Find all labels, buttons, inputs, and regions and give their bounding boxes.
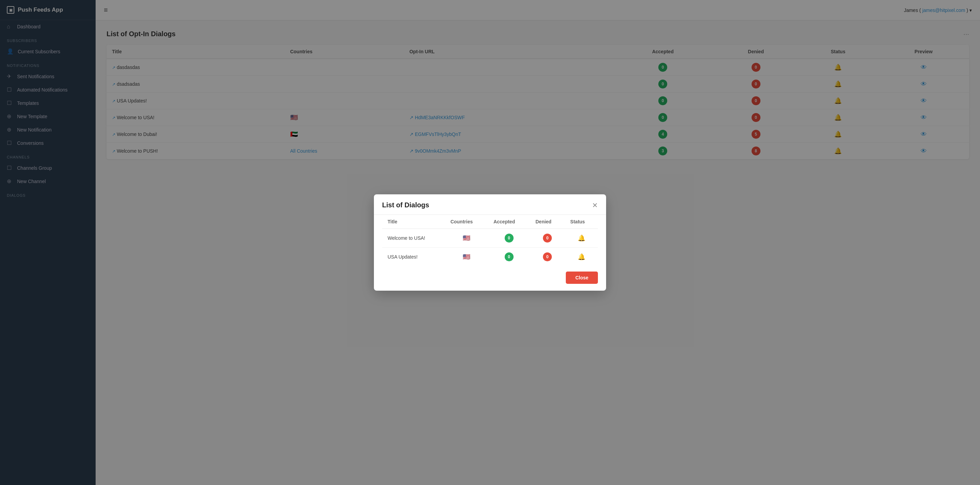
modal-overlay[interactable]: List of Dialogs ✕ Title Countries Accept… bbox=[0, 0, 980, 485]
modal-table-row: USA Updates!🇺🇸00🔔 bbox=[382, 248, 598, 266]
modal-close-button[interactable]: ✕ bbox=[592, 202, 598, 209]
modal-row-title: Welcome to USA! bbox=[382, 229, 445, 248]
modal-row-status: 🔔 bbox=[565, 229, 598, 248]
modal-body: Title Countries Accepted Denied Status W… bbox=[374, 215, 606, 266]
modal-col-accepted: Accepted bbox=[488, 215, 530, 229]
modal-col-title: Title bbox=[382, 215, 445, 229]
modal-row-denied: 0 bbox=[530, 229, 565, 248]
modal-flag-icon: 🇺🇸 bbox=[463, 235, 470, 242]
modal-bell-icon: 🔔 bbox=[578, 235, 585, 242]
modal-flag-icon: 🇺🇸 bbox=[463, 253, 470, 260]
dialogs-modal: List of Dialogs ✕ Title Countries Accept… bbox=[374, 194, 606, 291]
modal-close-action-button[interactable]: Close bbox=[566, 272, 598, 284]
modal-row-title: USA Updates! bbox=[382, 248, 445, 266]
modal-accepted-badge: 0 bbox=[505, 253, 514, 261]
modal-row-countries: 🇺🇸 bbox=[445, 229, 488, 248]
modal-accepted-badge: 0 bbox=[505, 234, 514, 243]
modal-footer: Close bbox=[374, 266, 606, 291]
modal-row-denied: 0 bbox=[530, 248, 565, 266]
modal-col-denied: Denied bbox=[530, 215, 565, 229]
modal-table-header-row: Title Countries Accepted Denied Status bbox=[382, 215, 598, 229]
modal-dialogs-table: Title Countries Accepted Denied Status W… bbox=[382, 215, 598, 266]
modal-table-wrapper: Title Countries Accepted Denied Status W… bbox=[382, 215, 598, 266]
modal-col-status: Status bbox=[565, 215, 598, 229]
modal-denied-badge: 0 bbox=[543, 253, 552, 261]
modal-row-status: 🔔 bbox=[565, 248, 598, 266]
modal-header: List of Dialogs ✕ bbox=[374, 194, 606, 215]
modal-col-countries: Countries bbox=[445, 215, 488, 229]
modal-row-accepted: 0 bbox=[488, 248, 530, 266]
modal-row-accepted: 0 bbox=[488, 229, 530, 248]
modal-title: List of Dialogs bbox=[382, 201, 429, 209]
modal-bell-icon: 🔔 bbox=[578, 253, 585, 260]
modal-denied-badge: 0 bbox=[543, 234, 552, 243]
modal-row-countries: 🇺🇸 bbox=[445, 248, 488, 266]
modal-table-row: Welcome to USA!🇺🇸00🔔 bbox=[382, 229, 598, 248]
